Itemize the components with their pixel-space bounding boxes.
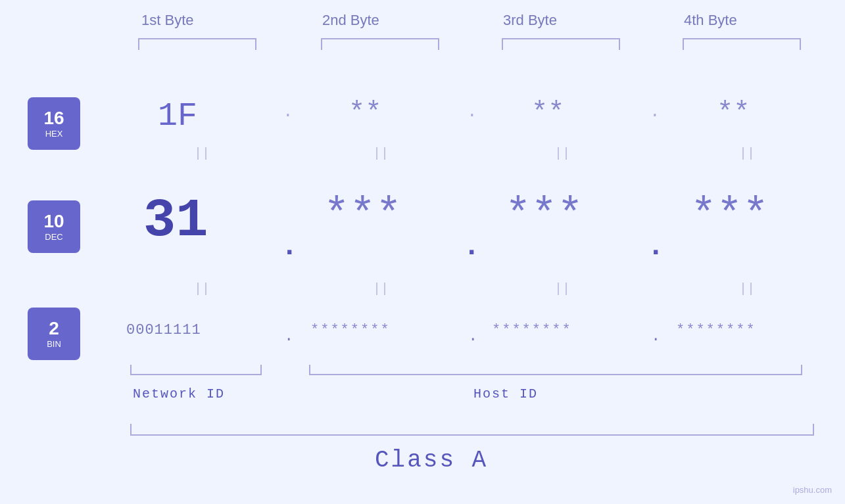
dec-b4-value: ***: [690, 191, 769, 240]
byte1-header: 1st Byte: [141, 12, 193, 29]
bin-b4-value: ********: [676, 322, 756, 338]
main-layout: 1st Byte 2nd Byte 3rd Byte 4th Byte 16 H…: [0, 0, 845, 504]
bracket-byte4-top: [683, 38, 801, 50]
hex-dot2: .: [467, 102, 477, 122]
eq-hex-dec-b2: ||: [373, 146, 389, 161]
dec-badge: 10 DEC: [28, 200, 80, 253]
hex-dot3: .: [650, 102, 660, 122]
bin-b3-value: ********: [492, 322, 572, 338]
eq-dec-bin-b3: ||: [554, 281, 570, 296]
bin-badge: 2 BIN: [28, 308, 80, 360]
dec-b1-value: 31: [143, 191, 208, 252]
dec-dot3: .: [647, 230, 664, 263]
bin-dot2: .: [468, 327, 477, 345]
bin-badge-number: 2: [49, 319, 59, 338]
hex-badge-label: HEX: [45, 129, 63, 139]
watermark: ipshu.com: [793, 485, 832, 495]
byte3-header: 3rd Byte: [503, 12, 557, 29]
hex-dot1: .: [283, 102, 293, 122]
eq-hex-dec-b1: ||: [194, 146, 210, 161]
hex-b4-value: **: [717, 97, 750, 129]
dec-dot2: .: [463, 230, 480, 263]
eq-dec-bin-b1: ||: [194, 281, 210, 296]
dec-badge-label: DEC: [45, 232, 62, 242]
dec-dot1: .: [281, 230, 298, 263]
eq-hex-dec-b4: ||: [739, 146, 755, 161]
network-id-label: Network ID: [133, 386, 225, 401]
bracket-host-bottom: [309, 365, 802, 375]
hex-b3-value: **: [531, 97, 564, 129]
bracket-byte1-top: [138, 38, 256, 50]
class-bracket: [130, 424, 814, 436]
bracket-byte2-top: [321, 38, 439, 50]
hex-badge: 16 HEX: [28, 97, 80, 150]
eq-dec-bin-b2: ||: [373, 281, 389, 296]
dec-badge-number: 10: [43, 212, 64, 231]
bin-b1-value: 00011111: [126, 322, 201, 338]
dec-b3-value: ***: [505, 191, 583, 240]
bin-dot1: .: [284, 327, 293, 345]
bin-b2-value: ********: [310, 322, 391, 338]
hex-b2-value: **: [349, 97, 381, 129]
hex-badge-number: 16: [43, 109, 64, 127]
bin-dot3: .: [651, 327, 660, 345]
bin-badge-label: BIN: [47, 339, 61, 349]
eq-hex-dec-b3: ||: [554, 146, 570, 161]
dec-b2-value: ***: [324, 191, 402, 240]
class-label: Class A: [375, 447, 488, 474]
eq-dec-bin-b4: ||: [739, 281, 755, 296]
byte2-header: 2nd Byte: [322, 12, 379, 29]
byte4-header: 4th Byte: [684, 12, 737, 29]
bracket-b1-bottom: [130, 365, 262, 375]
bracket-byte3-top: [502, 38, 620, 50]
hex-b1-value: 1F: [158, 97, 197, 135]
host-id-label: Host ID: [473, 386, 538, 401]
